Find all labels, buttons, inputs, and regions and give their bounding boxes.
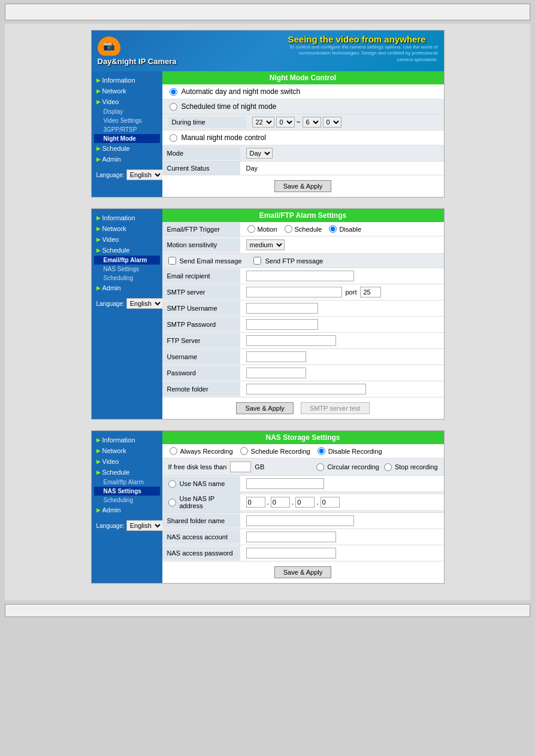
ftp-username-label: Username: [162, 350, 240, 363]
sidebar-item-information-3[interactable]: ▶ Information: [94, 435, 160, 445]
from-hour-select[interactable]: 22: [252, 117, 274, 127]
trigger-motion-label[interactable]: Motion: [246, 225, 277, 233]
sidebar-item-schedule-1[interactable]: ▶ Schedule: [94, 143, 160, 154]
trigger-schedule-radio[interactable]: [285, 225, 292, 233]
trigger-schedule-label[interactable]: Schedule: [283, 225, 322, 233]
sidebar-item-video-1[interactable]: ▶ Video: [94, 96, 160, 107]
nas-ip-1[interactable]: [246, 497, 265, 508]
stop-recording-label[interactable]: Stop recording: [383, 463, 438, 471]
section-title-2: Email/FTP Alarm Settings: [162, 209, 444, 222]
nas-account-input[interactable]: [246, 532, 336, 542]
sidebar-item-admin-2[interactable]: ▶ Admin: [94, 283, 160, 293]
smtp-test-btn[interactable]: SMTP server test: [301, 402, 370, 414]
cam-icon-1: 📷: [98, 37, 120, 56]
sidebar-item-admin-1[interactable]: ▶ Admin: [94, 154, 160, 165]
email-recipient-input[interactable]: [246, 271, 354, 281]
send-ftp-checkbox[interactable]: [253, 257, 261, 265]
port-label: port: [346, 289, 357, 296]
remote-folder-input[interactable]: [246, 384, 366, 394]
sidebar-item-video-2[interactable]: ▶ Video: [94, 234, 160, 245]
schedule-recording-radio[interactable]: [240, 447, 248, 455]
free-disk-input[interactable]: [230, 462, 251, 472]
sidebar-sub-emailftp-2[interactable]: Email/ftp Alarm: [94, 256, 160, 265]
cam-subtext-1: To control and configure the camera sett…: [288, 44, 438, 63]
mode-row: Mode Day: [162, 145, 444, 162]
sidebar-item-network-3[interactable]: ▶ Network: [94, 445, 160, 456]
save-apply-btn-3[interactable]: Save & Apply: [274, 566, 331, 578]
always-recording-label[interactable]: Always Recording: [168, 447, 233, 455]
mode-select[interactable]: Day: [246, 148, 273, 159]
sidebar-item-information-2[interactable]: ▶ Information: [94, 212, 160, 223]
nas-ip-radio[interactable]: [168, 499, 176, 506]
disable-recording-label[interactable]: Disable Recording: [316, 447, 382, 455]
save-apply-btn-1[interactable]: Save & Apply: [274, 180, 331, 192]
nas-account-row: NAS access account: [162, 529, 444, 545]
send-email-label[interactable]: Send Email message: [168, 257, 242, 265]
to-hour-select[interactable]: 6: [303, 117, 321, 127]
from-min-select[interactable]: 0: [276, 117, 295, 127]
nas-name-label-cell: Use NAS name: [162, 477, 240, 491]
sidebar-sub-scheduling-3[interactable]: Scheduling: [94, 496, 160, 505]
remote-folder-row: Remote folder: [162, 381, 444, 397]
disable-recording-radio[interactable]: [318, 447, 325, 455]
sidebar-sub-display-1[interactable]: Display: [94, 107, 160, 116]
ftp-username-input[interactable]: [246, 351, 306, 362]
send-email-checkbox[interactable]: [168, 257, 176, 265]
sidebar-sub-nightmode-1[interactable]: Night Mode: [94, 134, 160, 143]
ftp-server-input[interactable]: [246, 335, 336, 346]
sidebar-sub-3gpp-1[interactable]: 3GPP/RTSP: [94, 125, 160, 134]
circular-recording-label[interactable]: Circular recording: [315, 463, 379, 471]
trigger-motion-radio[interactable]: [247, 225, 255, 233]
sidebar-item-network-2[interactable]: ▶ Network: [94, 223, 160, 234]
current-status-label: Current Status: [162, 162, 240, 175]
smtp-server-label: SMTP server: [162, 286, 240, 299]
sidebar-item-network-1[interactable]: ▶ Network: [94, 86, 160, 96]
sidebar-item-schedule-2[interactable]: ▶ Schedule: [94, 245, 160, 256]
lang-select-1[interactable]: English: [126, 169, 163, 180]
circular-recording-radio[interactable]: [316, 463, 324, 471]
sidebar-item-video-3[interactable]: ▶ Video: [94, 456, 160, 467]
smtp-password-row: SMTP Password: [162, 317, 444, 333]
nas-ip-4[interactable]: [321, 497, 340, 508]
radio-auto-row: Automatic day and night mode switch: [162, 84, 444, 99]
ftp-password-input[interactable]: [246, 368, 306, 378]
trigger-disable-label[interactable]: Disable: [328, 225, 361, 233]
schedule-recording-label[interactable]: Schedule Recording: [239, 447, 310, 455]
always-recording-radio[interactable]: [170, 447, 177, 455]
lang-select-2[interactable]: English: [126, 298, 163, 309]
lang-select-3[interactable]: English: [126, 520, 163, 531]
to-min-select[interactable]: 0: [323, 117, 341, 127]
trigger-disable-radio[interactable]: [329, 225, 337, 233]
nas-password-input[interactable]: [246, 548, 336, 558]
smtp-server-input[interactable]: [246, 287, 342, 297]
sidebar-sub-nassettings-2[interactable]: NAS Settings: [94, 265, 160, 274]
sidebar-sub-videosettings-1[interactable]: Video Settings: [94, 116, 160, 125]
radio-manual[interactable]: [170, 134, 177, 142]
sidebar-item-admin-3[interactable]: ▶ Admin: [94, 505, 160, 515]
shared-folder-input[interactable]: [246, 515, 354, 526]
smtp-port-input[interactable]: [360, 287, 381, 297]
free-disk-unit: GB: [255, 463, 264, 470]
nas-name-radio[interactable]: [168, 480, 176, 488]
stop-recording-radio[interactable]: [384, 463, 392, 471]
sidebar-item-information-1[interactable]: ▶ Information: [94, 75, 160, 86]
nas-ip-2[interactable]: [271, 497, 290, 508]
sidebar-sub-nassettings-3[interactable]: NAS Settings: [94, 487, 160, 496]
smtp-password-input[interactable]: [246, 319, 318, 330]
remote-folder-label: Remote folder: [162, 382, 240, 396]
radio-auto[interactable]: [170, 88, 177, 96]
save-apply-btn-2[interactable]: Save & Apply: [236, 402, 293, 414]
radio-scheduled[interactable]: [170, 103, 177, 111]
sidebar-item-schedule-3[interactable]: ▶ Schedule: [94, 467, 160, 478]
nas-password-label: NAS access password: [162, 546, 240, 560]
sidebar-sub-emailftp-3[interactable]: Email/ftp Alarm: [94, 478, 160, 487]
cam-header-1: 📷 Day&night IP Camera Seeing the video f…: [92, 31, 444, 71]
smtp-username-input[interactable]: [246, 303, 318, 314]
send-ftp-label[interactable]: Send FTP message: [253, 257, 323, 265]
nas-ip-3[interactable]: [295, 497, 315, 508]
nas-name-input[interactable]: [246, 478, 324, 489]
trigger-row: Email/FTP Trigger Motion Schedule Dis: [162, 222, 444, 236]
sidebar-sub-scheduling-2[interactable]: Scheduling: [94, 274, 160, 283]
motion-sensitivity-select[interactable]: medium: [246, 239, 285, 250]
free-disk-label: If free disk less than: [168, 463, 227, 470]
